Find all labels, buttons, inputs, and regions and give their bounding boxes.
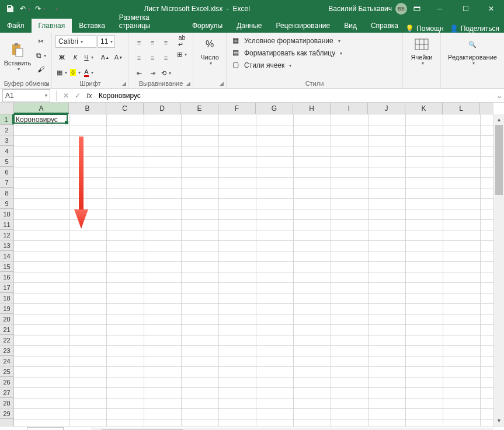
orientation-button[interactable]: ⟲▾ xyxy=(159,67,172,79)
active-cell[interactable]: Короновирус xyxy=(13,114,68,124)
row-header[interactable]: 25 xyxy=(0,366,13,377)
row-header[interactable]: 1 xyxy=(0,114,13,125)
user-avatar[interactable]: ВБ xyxy=(395,3,407,15)
column-header[interactable]: E xyxy=(181,103,218,114)
increase-font-button[interactable]: A▲ xyxy=(99,51,112,63)
row-header[interactable]: 15 xyxy=(0,261,13,272)
qat-customize-icon[interactable]: ▾ xyxy=(49,2,62,15)
align-right-button[interactable]: ≡ xyxy=(159,52,172,64)
cell-styles-button[interactable]: ▢Стили ячеек▾ xyxy=(230,60,399,71)
merge-button[interactable]: ⊞▾ xyxy=(175,48,189,60)
column-header[interactable]: L xyxy=(443,103,480,114)
maximize-button[interactable]: ☐ xyxy=(453,0,478,18)
row-header[interactable]: 12 xyxy=(0,230,13,240)
font-name-select[interactable]: Calibri▾ xyxy=(55,35,96,48)
tab-home[interactable]: Главная xyxy=(32,19,72,33)
align-left-button[interactable]: ≡ xyxy=(133,52,145,64)
row-header[interactable]: 16 xyxy=(0,272,13,282)
row-header[interactable]: 24 xyxy=(0,356,13,366)
italic-button[interactable]: К xyxy=(69,51,82,63)
expand-formula-bar-icon[interactable]: ⌄ xyxy=(495,92,504,100)
row-header[interactable]: 6 xyxy=(0,167,13,177)
column-header[interactable]: I xyxy=(331,103,368,114)
column-header[interactable]: B xyxy=(69,103,106,114)
align-bottom-button[interactable]: ≡ xyxy=(159,37,172,48)
align-top-button[interactable]: ≡ xyxy=(133,37,145,48)
row-header[interactable]: 5 xyxy=(0,156,13,167)
name-box[interactable]: A1 ▾ xyxy=(2,89,50,102)
increase-indent-button[interactable]: ⇥ xyxy=(146,67,159,79)
scroll-up-button[interactable]: ▲ xyxy=(494,114,504,125)
tab-review[interactable]: Рецензирование xyxy=(269,19,338,33)
row-header[interactable]: 20 xyxy=(0,314,13,324)
scroll-down-button[interactable]: ▼ xyxy=(494,415,504,426)
column-header[interactable]: J xyxy=(368,103,405,114)
cells-area[interactable]: Короновирус xyxy=(14,114,493,426)
align-center-button[interactable]: ≡ xyxy=(146,52,159,64)
conditional-formatting-button[interactable]: ▦Условное форматирование▾ xyxy=(230,35,399,47)
share-button[interactable]: 👤Поделиться xyxy=(450,25,499,33)
column-header[interactable]: G xyxy=(256,103,293,114)
minimize-button[interactable]: ─ xyxy=(427,0,453,18)
cells-button[interactable]: Ячейки ▾ xyxy=(406,35,437,67)
horizontal-scrollbar[interactable]: ◀ ▶ xyxy=(91,428,493,431)
column-header[interactable]: F xyxy=(218,103,256,114)
tab-file[interactable]: Файл xyxy=(0,19,32,33)
tab-view[interactable]: Вид xyxy=(337,19,364,33)
ribbon-display-options-icon[interactable] xyxy=(411,2,423,15)
dialog-launcher-icon[interactable]: ◢ xyxy=(45,81,49,86)
tab-page-layout[interactable]: Разметка страницы xyxy=(112,11,185,33)
user-name[interactable]: Василий Батькавич xyxy=(328,5,392,13)
number-format-button[interactable]: % Число ▾ xyxy=(197,35,223,67)
tab-insert[interactable]: Вставка xyxy=(72,19,112,33)
add-sheet-button[interactable]: ⊕ xyxy=(66,427,79,431)
row-header[interactable]: 3 xyxy=(0,135,13,146)
row-header[interactable]: 7 xyxy=(0,177,13,188)
editing-button[interactable]: 🔍 Редактирование ▾ xyxy=(444,35,500,67)
sheet-tab-active[interactable]: Лист1 xyxy=(27,427,64,430)
scroll-right-button[interactable]: ▶ xyxy=(91,428,102,431)
column-header[interactable]: D xyxy=(144,103,181,114)
select-all-corner[interactable] xyxy=(0,103,14,114)
row-header[interactable]: 29 xyxy=(0,408,13,419)
dialog-launcher-icon[interactable]: ◢ xyxy=(186,81,190,86)
row-header[interactable]: 22 xyxy=(0,335,13,345)
row-header[interactable]: 18 xyxy=(0,293,13,303)
dialog-launcher-icon[interactable]: ◢ xyxy=(220,81,224,86)
row-header[interactable]: 27 xyxy=(0,387,13,398)
row-header[interactable]: 9 xyxy=(0,198,13,209)
align-middle-button[interactable]: ≡ xyxy=(146,37,159,48)
row-header[interactable]: 21 xyxy=(0,324,13,335)
decrease-indent-button[interactable]: ⇤ xyxy=(133,67,145,79)
row-header[interactable]: 13 xyxy=(0,240,13,251)
column-header[interactable]: A xyxy=(14,103,69,114)
decrease-font-button[interactable]: A▼ xyxy=(112,51,125,63)
row-header[interactable]: 17 xyxy=(0,282,13,293)
row-header[interactable]: 14 xyxy=(0,251,13,261)
tab-data[interactable]: Данные xyxy=(230,19,269,33)
row-header[interactable]: 28 xyxy=(0,398,13,408)
dialog-launcher-icon[interactable]: ◢ xyxy=(122,81,126,86)
column-header[interactable]: H xyxy=(293,103,331,114)
row-header[interactable]: 26 xyxy=(0,377,13,387)
tab-help[interactable]: Справка xyxy=(364,19,405,33)
paste-button[interactable]: Вставить ▾ xyxy=(4,35,32,79)
scroll-thumb[interactable] xyxy=(495,125,503,195)
undo-icon[interactable]: ↶▾ xyxy=(19,2,32,15)
tab-formulas[interactable]: Формулы xyxy=(185,19,230,33)
wrap-text-button[interactable]: ab↵ xyxy=(175,35,189,47)
column-header[interactable]: K xyxy=(405,103,443,114)
redo-icon[interactable]: ↷▾ xyxy=(34,2,47,15)
format-as-table-button[interactable]: ▤Форматировать как таблицу▾ xyxy=(230,47,399,59)
format-painter-button[interactable]: 🖌 xyxy=(34,63,48,76)
underline-button[interactable]: Ч▾ xyxy=(82,51,95,63)
row-header[interactable]: 11 xyxy=(0,219,13,230)
save-icon[interactable] xyxy=(4,2,16,15)
close-button[interactable]: ✕ xyxy=(478,0,504,18)
column-header[interactable]: C xyxy=(106,103,144,114)
row-header[interactable]: 4 xyxy=(0,146,13,156)
row-header[interactable]: 8 xyxy=(0,188,13,198)
cancel-formula-button[interactable]: ✕ xyxy=(60,90,72,102)
insert-function-button[interactable]: fx xyxy=(84,90,95,102)
vertical-scrollbar[interactable]: ▲ ▼ xyxy=(493,114,504,426)
